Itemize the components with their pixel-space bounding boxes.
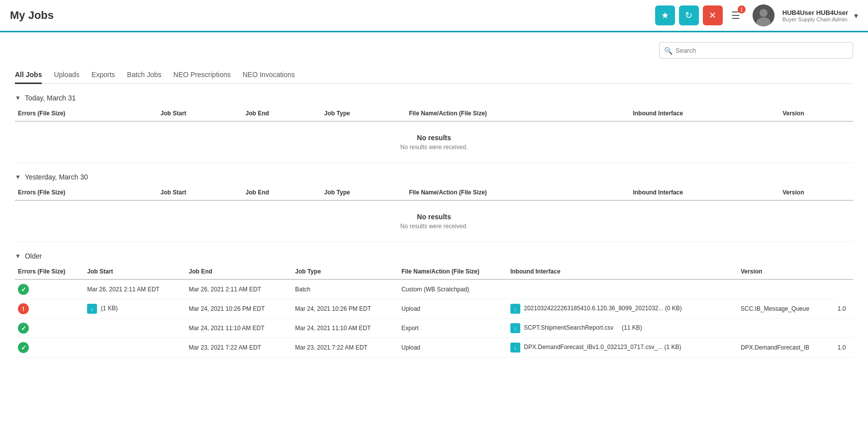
user-name: HUB4User HUB4User [782, 9, 848, 16]
tab-all-jobs[interactable]: All Jobs [15, 67, 42, 84]
col-inbound-interface: Inbound Interface [630, 106, 779, 121]
row-job-start: Mar 23, 2021 7:22 AM EDT [186, 338, 292, 357]
tab-batch-jobs[interactable]: Batch Jobs [127, 67, 161, 84]
tab-uploads[interactable]: Uploads [54, 67, 79, 84]
user-dropdown-button[interactable]: ▾ [854, 11, 858, 20]
row-file-name: ↓ SCPT.ShipmentSearchReport.csv (11 KB) [507, 319, 738, 338]
col-version: Version [779, 185, 853, 200]
older-table: Errors (File Size) Job Start Job End Job… [15, 264, 853, 357]
col-job-start: Job Start [84, 264, 186, 279]
today-no-results-row: No results No results were received. [15, 121, 853, 163]
row-errors-size [84, 338, 186, 357]
col-errors: Errors (File Size) [15, 264, 84, 279]
row-inbound-interface [738, 319, 835, 338]
today-section-header: ▼ Today, March 31 [15, 94, 853, 102]
notification-badge: 1 [738, 5, 746, 13]
success-icon: ✓ [18, 342, 29, 353]
today-collapse-icon[interactable]: ▼ [15, 94, 21, 101]
yesterday-table: Errors (File Size) Job Start Job End Job… [15, 185, 853, 242]
row-job-type: Export [398, 319, 507, 338]
row-file-name: Custom (WB Scratchpad) [398, 279, 507, 299]
search-input[interactable] [659, 42, 853, 59]
svg-point-1 [760, 9, 768, 17]
tab-neo-prescriptions[interactable]: NEO Prescriptions [174, 67, 231, 84]
row-status: ✓ [15, 319, 84, 338]
user-info: HUB4User HUB4User Buyer Supply Chain Adm… [782, 9, 848, 22]
refresh-button[interactable]: ↻ [679, 5, 699, 25]
row-job-start: Mar 24, 2021 11:10 AM EDT [186, 319, 292, 338]
error-icon: ! [18, 303, 29, 314]
row-job-end: Mar 24, 2021 10:26 PM EDT [292, 299, 398, 319]
success-icon: ✓ [18, 323, 29, 334]
col-errors: Errors (File Size) [15, 185, 158, 200]
col-job-type: Job Type [292, 264, 398, 279]
tab-neo-invocations[interactable]: NEO Invocations [243, 67, 295, 84]
row-job-type: Upload [398, 338, 507, 357]
today-no-results-subtitle: No results were received. [27, 144, 841, 151]
star-icon: ★ [661, 10, 669, 21]
col-job-type: Job Type [321, 185, 406, 200]
older-table-header-row: Errors (File Size) Job Start Job End Job… [15, 264, 853, 279]
col-file-name: File Name/Action (File Size) [398, 264, 507, 279]
refresh-icon: ↻ [685, 10, 692, 21]
close-icon: ✕ [709, 10, 716, 21]
row-job-end: Mar 26, 2021 2:11 AM EDT [186, 279, 292, 299]
row-version: 1.0 [835, 299, 853, 319]
search-container: 🔍 [15, 42, 853, 59]
download-icon[interactable]: ↓ [87, 304, 97, 314]
yesterday-no-results-row: No results No results were received. [15, 200, 853, 242]
col-job-type: Job Type [321, 106, 406, 121]
tab-exports[interactable]: Exports [92, 67, 115, 84]
col-file-name: File Name/Action (File Size) [406, 185, 630, 200]
older-section-title: Older [25, 252, 42, 260]
star-button[interactable]: ★ [655, 5, 675, 25]
row-job-end: Mar 24, 2021 11:10 AM EDT [292, 319, 398, 338]
file-download-icon[interactable]: ↓ [510, 343, 520, 353]
col-job-end: Job End [242, 185, 321, 200]
col-job-start: Job Start [158, 185, 243, 200]
row-inbound-interface: SCC.IB_Message_Queue [738, 299, 835, 319]
row-status: ! [15, 299, 84, 319]
row-version: 1.0 [835, 338, 853, 357]
older-section-header: ▼ Older [15, 252, 853, 260]
file-download-icon[interactable]: ↓ [510, 304, 520, 314]
row-inbound-interface: DPX.DemandForecast_IB [738, 338, 835, 357]
col-version: Version [738, 264, 835, 279]
col-errors: Errors (File Size) [15, 106, 158, 121]
today-table: Errors (File Size) Job Start Job End Job… [15, 106, 853, 163]
yesterday-collapse-icon[interactable]: ▼ [15, 174, 21, 180]
avatar [753, 4, 774, 26]
table-row: ✓ Mar 23, 2021 7:22 AM EDT Mar 23, 2021 … [15, 338, 853, 357]
row-job-end: Mar 23, 2021 7:22 AM EDT [292, 338, 398, 357]
row-version [835, 319, 853, 338]
row-job-type: Batch [292, 279, 398, 299]
yesterday-section-header: ▼ Yesterday, March 30 [15, 173, 853, 181]
close-button[interactable]: ✕ [703, 5, 723, 25]
row-job-type: Upload [398, 299, 507, 319]
header-actions: ★ ↻ ✕ ☰ 1 HUB4User HUB4User Buyer Supply… [655, 4, 858, 26]
older-collapse-icon[interactable]: ▼ [15, 253, 21, 260]
col-version: Version [779, 106, 853, 121]
today-section-title: Today, March 31 [25, 94, 76, 102]
yesterday-no-results-subtitle: No results were received. [27, 223, 841, 230]
success-icon: ✓ [18, 284, 29, 295]
search-icon: 🔍 [664, 47, 673, 55]
user-role: Buyer Supply Chain Admin [782, 16, 848, 22]
file-download-icon[interactable]: ↓ [510, 323, 520, 333]
col-job-start: Job Start [158, 106, 243, 121]
today-table-header-row: Errors (File Size) Job Start Job End Job… [15, 106, 853, 121]
app-header: My Jobs ★ ↻ ✕ ☰ 1 HUB4User HUB4User Buye… [0, 0, 868, 32]
yesterday-table-header-row: Errors (File Size) Job Start Job End Job… [15, 185, 853, 200]
row-job-start: Mar 24, 2021 10:26 PM EDT [186, 299, 292, 319]
row-version [738, 279, 835, 299]
row-file-name: ↓ 20210324222263185410.6.120.36_8099_202… [507, 299, 738, 319]
col-file-name: File Name/Action (File Size) [406, 106, 630, 121]
row-inbound-interface [507, 279, 738, 299]
row-status: ✓ [15, 279, 84, 299]
row-errors-size: ↓ (1 KB) [84, 299, 186, 319]
row-status: ✓ [15, 338, 84, 357]
tab-bar: All Jobs Uploads Exports Batch Jobs NEO … [15, 67, 853, 84]
col-job-end: Job End [242, 106, 321, 121]
menu-button[interactable]: ☰ 1 [727, 6, 745, 24]
table-row: ! ↓ (1 KB) Mar 24, 2021 10:26 PM EDT Mar… [15, 299, 853, 319]
